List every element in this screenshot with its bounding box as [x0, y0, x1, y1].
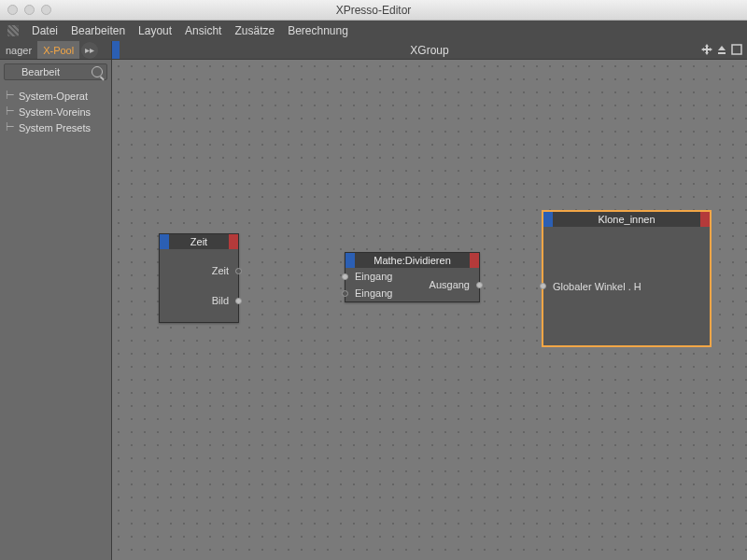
menu-zusaetze[interactable]: Zusätze	[234, 24, 275, 37]
menu-bearbeiten[interactable]: Bearbeiten	[71, 24, 125, 37]
port-dot-icon[interactable]	[342, 290, 348, 297]
canvas-title: XGroup	[410, 44, 448, 57]
menu-ansicht[interactable]: Ansicht	[185, 24, 221, 37]
sidebar-category-label: Bearbeit	[21, 66, 60, 77]
minimize-dot-icon[interactable]	[24, 5, 35, 15]
maximize-icon[interactable]	[730, 43, 743, 56]
search-icon[interactable]	[92, 66, 103, 77]
output-port[interactable]: Ausgang	[420, 276, 479, 293]
input-port[interactable]: Globaler Winkel . H	[543, 278, 710, 295]
window-controls	[7, 5, 51, 15]
sidebar-tree: ⊢System-Operat ⊢System-Voreins ⊢System P…	[4, 88, 107, 135]
move-icon[interactable]	[700, 43, 713, 56]
close-dot-icon[interactable]	[7, 5, 18, 15]
window-titlebar: XPresso-Editor	[0, 0, 747, 21]
menu-layout[interactable]: Layout	[138, 24, 172, 37]
category-icon	[8, 67, 18, 77]
port-dot-icon[interactable]	[342, 273, 348, 280]
port-dot-icon[interactable]	[235, 268, 242, 274]
node-zeit[interactable]: Zeit Zeit Bild	[159, 233, 239, 323]
port-dot-icon[interactable]	[235, 298, 242, 304]
sidebar-tabs: nager X-Pool ▸▸	[0, 41, 111, 60]
app-icon	[7, 25, 19, 36]
sidebar-category-row[interactable]: Bearbeit	[4, 63, 107, 80]
tab-nodemanager[interactable]: nager	[0, 41, 37, 59]
tree-item[interactable]: ⊢System Presets	[4, 119, 107, 135]
output-port[interactable]: Zeit	[160, 262, 238, 279]
port-dot-icon[interactable]	[476, 282, 483, 288]
node-canvas[interactable]: Zeit Zeit Bild Mathe:Divi	[112, 60, 747, 560]
canvas-titlebar: XGroup	[112, 41, 747, 60]
node-title: Zeit	[160, 236, 238, 247]
output-port[interactable]: Bild	[160, 292, 238, 309]
node-mathe[interactable]: Mathe:Dividieren Eingang Eingang Ausgang	[345, 252, 480, 302]
menu-berechnung[interactable]: Berechnung	[288, 24, 348, 37]
node-klone[interactable]: Klone_innen Globaler Winkel . H	[543, 211, 711, 346]
node-title: Mathe:Dividieren	[345, 255, 479, 266]
canvas-title-marker	[112, 41, 120, 59]
menubar: Datei Bearbeiten Layout Ansicht Zusätze …	[0, 21, 747, 41]
svg-rect-0	[732, 45, 741, 54]
menu-datei[interactable]: Datei	[32, 24, 58, 37]
collapse-down-icon[interactable]	[715, 43, 728, 56]
canvas-corner-buttons	[700, 43, 743, 56]
sidebar: nager X-Pool ▸▸ Bearbeit ⊢System-Operat …	[0, 41, 112, 560]
tree-item[interactable]: ⊢System-Operat	[4, 88, 107, 104]
port-dot-icon[interactable]	[540, 283, 546, 289]
tab-cycle-button[interactable]: ▸▸	[81, 42, 98, 59]
tree-item[interactable]: ⊢System-Voreins	[4, 104, 107, 119]
node-title: Klone_innen	[543, 214, 710, 225]
canvas-panel: XGroup Zeit Zeit	[112, 41, 747, 560]
window-title: XPresso-Editor	[0, 4, 747, 17]
zoom-dot-icon[interactable]	[41, 5, 51, 15]
tab-xpool[interactable]: X-Pool	[37, 41, 79, 59]
